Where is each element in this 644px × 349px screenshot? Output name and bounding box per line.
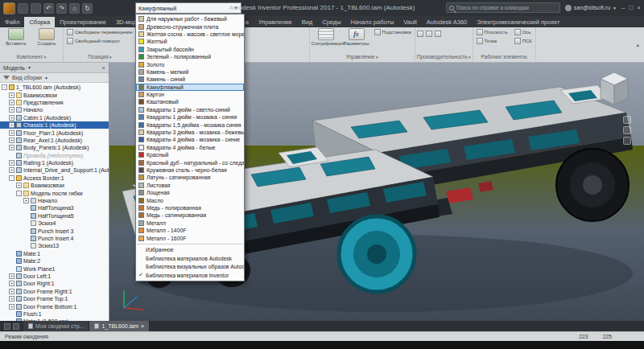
- panel-label-productivity[interactable]: Производительность: [417, 54, 471, 62]
- browser-title[interactable]: Модель: [3, 64, 25, 72]
- cascade-windows-icon[interactable]: [13, 323, 19, 330]
- tree-row[interactable]: + Начало: [0, 106, 109, 113]
- tree-row[interactable]: + Door Frame Bottom:1: [0, 302, 109, 310]
- tree-row[interactable]: + Door Left:1: [0, 273, 109, 280]
- appearance-item[interactable]: Желтая сосна - массив - светлое море: [136, 31, 244, 38]
- library-item[interactable]: ✓ Библиотека материалов Inventor: [136, 271, 244, 280]
- tree-expander[interactable]: +: [9, 115, 14, 121]
- tree-row[interactable]: + Railing:1 (Autodesk): [0, 159, 109, 166]
- help-search[interactable]: [446, 2, 560, 13]
- ribbon-tab[interactable]: Сборка: [24, 17, 55, 27]
- close-button[interactable]: ×: [637, 4, 641, 11]
- tree-row[interactable]: Mate:2: [0, 257, 109, 265]
- zoom-icon[interactable]: [623, 137, 631, 145]
- tree-expander[interactable]: +: [9, 92, 14, 98]
- appearance-item[interactable]: Камень - мелкий: [136, 68, 244, 76]
- tree-row[interactable]: Work Plane1: [0, 265, 109, 272]
- tree-expander[interactable]: [9, 311, 14, 317]
- appearance-item[interactable]: Золото: [136, 60, 244, 68]
- ribbon-tab[interactable]: Вид: [297, 17, 318, 27]
- tree-expander[interactable]: +: [9, 296, 14, 302]
- tree-row[interactable]: + Cabin:1 (Autodesk): [0, 114, 109, 121]
- redo-icon[interactable]: ↷: [56, 3, 67, 14]
- work-plane-button[interactable]: Плоскость: [475, 28, 510, 36]
- appearance-item[interactable]: Медь - полированная: [136, 204, 244, 211]
- tree-row[interactable]: Эскиз4: [0, 220, 109, 227]
- appearance-item[interactable]: Квадраты 1,5 дюйма - мозаика синяя: [136, 121, 244, 128]
- tree-expander[interactable]: +: [9, 273, 14, 279]
- tree-row[interactable]: + Door Frame Top:1: [0, 295, 109, 302]
- appearance-item[interactable]: Красный дуб - натуральный - со следами: [136, 158, 244, 166]
- appearance-item[interactable]: Квадраты 4 дюйма - белые: [136, 144, 244, 151]
- tree-row[interactable]: + Представления: [0, 99, 109, 106]
- tree-expander[interactable]: +: [9, 304, 14, 310]
- productivity-tool-icon-3[interactable]: [435, 31, 441, 37]
- tree-expander[interactable]: [9, 153, 14, 158]
- ribbon-tab[interactable]: Среды: [317, 17, 345, 27]
- appearance-item[interactable]: Металл - 1600F: [136, 234, 244, 241]
- tree-expander[interactable]: [9, 258, 14, 264]
- appearance-item[interactable]: Медь - сатинированная: [136, 211, 244, 219]
- library-item[interactable]: Библиотека материалов Autodesk: [136, 254, 244, 263]
- tree-expander[interactable]: -: [2, 84, 7, 90]
- tree-row[interactable]: HalfТолщина3: [0, 204, 109, 211]
- ribbon-collapse-icon[interactable]: ▴: [631, 42, 644, 48]
- tree-row[interactable]: + Door Right:1: [0, 280, 109, 287]
- appearance-item[interactable]: Камень - синий: [136, 76, 244, 83]
- ribbon-tab[interactable]: Проектирование: [55, 17, 111, 27]
- ucs-button[interactable]: ПСК: [513, 37, 534, 45]
- panel-label-manage[interactable]: Управление: [312, 54, 413, 62]
- tree-expander[interactable]: [23, 213, 29, 219]
- tree-expander[interactable]: +: [9, 167, 14, 173]
- tree-expander[interactable]: +: [9, 289, 14, 294]
- maximize-button[interactable]: □: [629, 4, 633, 11]
- create-component-button[interactable]: Создать: [32, 28, 61, 47]
- browser-close-icon[interactable]: ×: [101, 64, 105, 72]
- free-rotate-button[interactable]: Свободный поворот: [65, 37, 134, 45]
- tree-expander[interactable]: [23, 228, 29, 234]
- tree-expander[interactable]: +: [9, 138, 14, 143]
- tree-row[interactable]: Провода (Недоступно): [0, 152, 109, 159]
- tree-expander[interactable]: [23, 243, 29, 248]
- tree-row[interactable]: - Модель после гибки: [0, 189, 109, 196]
- appearance-item[interactable]: Квадраты 1 дюйм - мозаика - синяя: [136, 113, 244, 121]
- appearance-item[interactable]: Металл: [136, 220, 244, 227]
- inventor-logo-icon[interactable]: [3, 2, 15, 14]
- view-cube[interactable]: [592, 68, 636, 111]
- tree-row[interactable]: Punch Insert 4: [0, 235, 109, 242]
- appearance-item[interactable]: Квадраты 1 дюйм - светло-синий: [136, 106, 244, 113]
- ribbon-tab[interactable]: Управление: [254, 17, 297, 27]
- appearance-combo[interactable]: Камуфляжный ▼: [135, 2, 242, 14]
- tree-expander[interactable]: [23, 220, 29, 226]
- browser-view-mode[interactable]: Вид сборки: [12, 75, 42, 80]
- appearance-item[interactable]: Латунь - сатинированная: [136, 174, 244, 181]
- ribbon-tab[interactable]: Файл: [0, 17, 24, 27]
- library-item[interactable]: Избранное: [136, 246, 244, 255]
- tree-expander[interactable]: -: [16, 191, 22, 196]
- tree-row[interactable]: + Начало: [0, 197, 109, 204]
- tree-expander[interactable]: [23, 236, 29, 241]
- tree-expander[interactable]: +: [9, 122, 14, 128]
- appearance-item[interactable]: Листовая: [136, 182, 244, 189]
- appearance-item[interactable]: Камуфляжный: [136, 84, 244, 91]
- tree-expander[interactable]: +: [9, 145, 14, 150]
- tree-row[interactable]: + Body_Panels:1 (Autodesk): [0, 144, 109, 151]
- orbit-icon[interactable]: [623, 116, 631, 124]
- home-view-icon[interactable]: ⌂: [69, 3, 80, 14]
- tree-expander[interactable]: -: [9, 175, 14, 181]
- appearance-item[interactable]: Масло: [136, 196, 244, 203]
- appearance-item[interactable]: Закрытый бассейн: [136, 46, 244, 53]
- tree-expander[interactable]: [9, 251, 14, 257]
- panel-label-component[interactable]: Компонент: [2, 54, 61, 62]
- appearance-item[interactable]: Древесно-стружечная плита: [136, 23, 244, 30]
- filter-icon[interactable]: [3, 76, 10, 80]
- appearance-item[interactable]: Для наружных работ - бежевый: [136, 15, 244, 23]
- minimize-button[interactable]: –: [621, 4, 625, 11]
- tree-row[interactable]: HalfТолщина5: [0, 212, 109, 220]
- tree-expander[interactable]: +: [9, 130, 14, 136]
- search-input[interactable]: [456, 5, 553, 10]
- parameters-button[interactable]: Параметры: [342, 28, 371, 47]
- ribbon-tab[interactable]: Начало работы: [346, 17, 399, 27]
- appearance-item[interactable]: Лощеная: [136, 189, 244, 196]
- tree-expander[interactable]: +: [16, 183, 22, 188]
